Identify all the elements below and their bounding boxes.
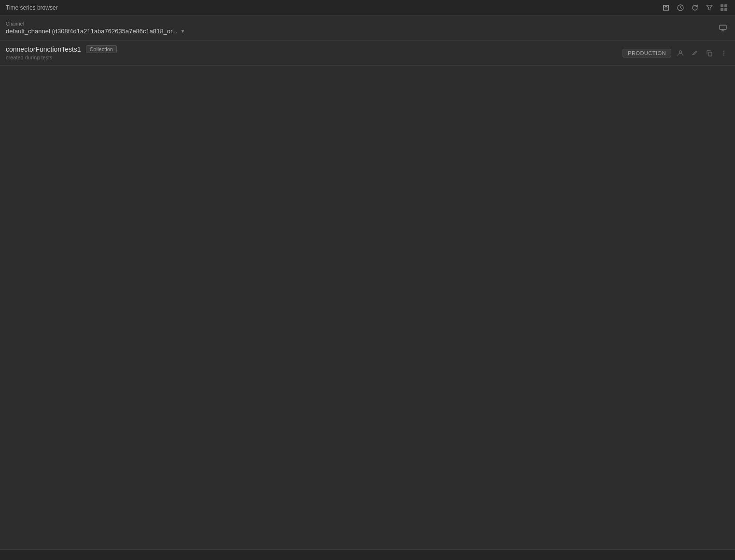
edit-icon[interactable] (690, 48, 700, 58)
channel-bar-right (717, 22, 729, 34)
more-icon[interactable] (719, 48, 729, 58)
svg-rect-9 (721, 8, 723, 11)
svg-point-18 (723, 54, 724, 55)
status-bar (0, 549, 735, 560)
svg-point-14 (680, 51, 682, 53)
item-name: connectorFunctionTests1 (6, 45, 81, 53)
svg-rect-10 (724, 8, 727, 11)
channel-value-row: default_channel (d308f4d1a211aba762635a7… (6, 28, 185, 35)
svg-rect-11 (720, 25, 726, 29)
svg-rect-7 (721, 4, 723, 7)
svg-rect-3 (668, 5, 669, 11)
app-title: Time series browser (6, 4, 58, 11)
svg-rect-8 (724, 4, 727, 7)
channel-value: default_channel (d308f4d1a211aba762635a7… (6, 28, 178, 35)
channel-label: Channel (6, 21, 185, 27)
environment-badge: PRODUCTION (623, 49, 671, 57)
svg-line-6 (680, 8, 682, 9)
chevron-down-icon: ▼ (180, 28, 185, 34)
collection-badge: Collection (86, 45, 117, 53)
svg-point-16 (723, 50, 724, 51)
channel-bar: Channel default_channel (d308f4d1a211aba… (0, 15, 735, 41)
copy-icon[interactable] (704, 48, 715, 58)
channel-selector[interactable]: Channel default_channel (d308f4d1a211aba… (6, 21, 185, 35)
filter-icon[interactable] (704, 2, 715, 13)
svg-rect-15 (708, 52, 712, 56)
layout-icon[interactable] (719, 2, 729, 13)
item-name-row: connectorFunctionTests1 Collection (6, 45, 117, 53)
item-left: connectorFunctionTests1 Collection creat… (6, 45, 117, 60)
top-bar: Time series browser (0, 0, 735, 15)
svg-point-17 (723, 52, 724, 53)
content-area: connectorFunctionTests1 Collection creat… (0, 41, 735, 549)
item-description: created during tests (6, 55, 117, 60)
list-item[interactable]: connectorFunctionTests1 Collection creat… (0, 41, 735, 66)
clock-icon[interactable] (675, 2, 686, 13)
monitor-icon[interactable] (717, 22, 729, 34)
svg-rect-2 (663, 5, 664, 11)
item-right: PRODUCTION (623, 48, 729, 58)
app-container: Time series browser (0, 0, 735, 560)
user-icon[interactable] (675, 48, 686, 58)
top-bar-actions (661, 2, 729, 13)
refresh-icon[interactable] (690, 2, 700, 13)
export-icon[interactable] (661, 2, 671, 13)
